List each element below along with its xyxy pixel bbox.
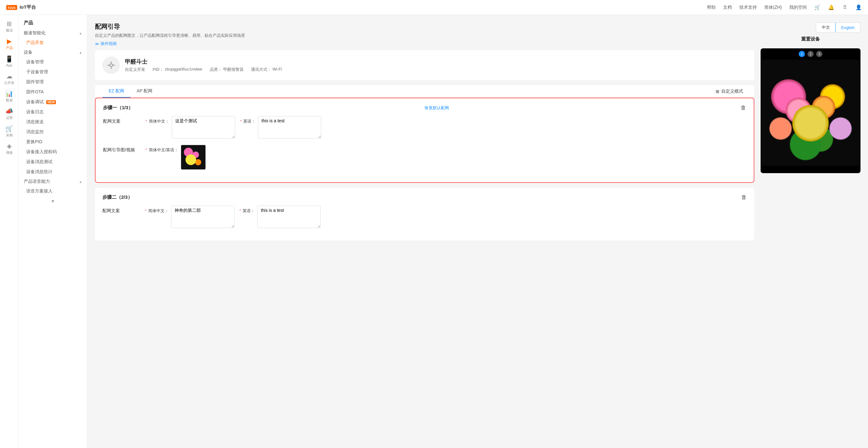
step-dot-1: 1 bbox=[799, 51, 805, 57]
preview-flower-image bbox=[761, 60, 861, 166]
preview-panel: 中文 English 重置设备 1 2 3 bbox=[761, 23, 861, 441]
leftnav-item-product-dev[interactable]: 产品开发 bbox=[19, 38, 87, 48]
sidebar-item-app[interactable]: 📱 App bbox=[1, 53, 18, 69]
purchase-icon: 🛒 bbox=[5, 125, 13, 132]
custom-mode-button[interactable]: ⊞ 自定义模式 bbox=[712, 89, 747, 97]
step2-en-label: * 英语： bbox=[240, 206, 255, 214]
step1-media-row: 配网引导图/视频 * 简体中文/英语： bbox=[103, 145, 746, 170]
leftnav-item-msg-monitor[interactable]: 消息监控 bbox=[19, 127, 87, 137]
my-space[interactable]: 我的空间 bbox=[789, 5, 807, 10]
step1-delete-icon[interactable]: 🗑 bbox=[741, 105, 746, 111]
guide-link[interactable]: ≫ 操作指南 bbox=[95, 41, 754, 46]
bell-icon[interactable]: 🔔 bbox=[828, 4, 834, 11]
purchase-label: 采购 bbox=[6, 133, 13, 138]
media-cn-label: * 简体中文/英语： bbox=[146, 145, 178, 153]
step-dot-2: 2 bbox=[807, 51, 814, 57]
leftnav-group-devices[interactable]: 设备 ▲ bbox=[19, 48, 87, 57]
leftnav-item-msg-stats[interactable]: 设备消息统计 bbox=[19, 167, 87, 177]
step2-cn-required: * bbox=[145, 208, 147, 213]
step2-cn-group: * 简体中文： bbox=[145, 206, 235, 228]
sidebar-item-value[interactable]: ◈ 增值 bbox=[1, 140, 18, 157]
nav-help[interactable]: 帮助 bbox=[707, 5, 716, 10]
media-upload-button[interactable] bbox=[181, 145, 206, 170]
user-avatar[interactable]: 👤 bbox=[856, 4, 862, 11]
left-navigation: 产品 极速智能化 ▲ 产品开发 设备 ▲ 设备管理 子设备管理 固件管理 固件O… bbox=[19, 15, 87, 448]
sidebar-item-purchase[interactable]: 🛒 采购 bbox=[1, 123, 18, 139]
product-avatar bbox=[102, 57, 120, 74]
new-badge: NEW bbox=[46, 100, 56, 104]
leftnav-item-device-log[interactable]: 设备日志 bbox=[19, 107, 87, 117]
guide-link-text: 操作指南 bbox=[100, 41, 117, 46]
content-area: 配网引导 自定义产品的配网图文，让产品配网流程引导更清晰、易用、贴合产品实际应用… bbox=[95, 23, 754, 441]
tuya-brand: tuya bbox=[6, 5, 17, 10]
main-content: 配网引导 自定义产品的配网图文，让产品配网流程引导更清晰、易用、贴合产品实际应用… bbox=[87, 15, 868, 448]
sidebar-item-overview[interactable]: ⊞ 概况 bbox=[1, 18, 18, 34]
leftnav-item-device-mgmt[interactable]: 设备管理 bbox=[19, 57, 87, 67]
sidebar-item-product[interactable]: ▶ 产品 bbox=[1, 36, 18, 52]
cn-text-input[interactable] bbox=[172, 116, 235, 139]
ops-label: 运营 bbox=[6, 115, 13, 120]
leftnav-item-debug[interactable]: 设备调试 NEW bbox=[19, 97, 87, 107]
step2-cn-input[interactable] bbox=[171, 206, 235, 228]
flower-image bbox=[181, 145, 206, 170]
data-icon: 📊 bbox=[5, 90, 13, 97]
value-label: 增值 bbox=[6, 150, 13, 155]
leftnav-item-access-code[interactable]: 设备接入授权码 bbox=[19, 147, 87, 157]
chevron-up-icon-2: ▲ bbox=[79, 51, 82, 54]
step1-title: 步骤一（1/3） bbox=[103, 105, 133, 111]
leftnav-item-msg-push[interactable]: 消息推送 bbox=[19, 117, 87, 127]
step2-en-required: * bbox=[240, 208, 241, 213]
leftnav-group-voice-label: 产品语音能力 bbox=[24, 179, 50, 184]
step2-en-input[interactable] bbox=[257, 206, 321, 228]
cloud-icon: ☁ bbox=[6, 72, 12, 80]
lang-selector[interactable]: 简体(ZH) bbox=[764, 5, 782, 10]
sidebar-item-cloud[interactable]: ☁ 云开发 bbox=[1, 70, 18, 87]
step2-en-group: * 英语： bbox=[240, 206, 321, 228]
page-title: 配网引导 bbox=[95, 23, 754, 31]
ops-icon: 📣 bbox=[5, 107, 13, 115]
sidebar-item-data[interactable]: 📊 数据 bbox=[1, 88, 18, 104]
product-comm: 通讯方式：Wi-Fi bbox=[251, 67, 282, 72]
dev-type: 自定义开发 bbox=[125, 67, 145, 72]
expand-more-icon[interactable]: ▼ bbox=[19, 196, 87, 206]
leftnav-item-firmware-ota[interactable]: 固件OTA bbox=[19, 87, 87, 97]
lang-en-button[interactable]: English bbox=[835, 23, 861, 32]
nav-docs[interactable]: 文档 bbox=[723, 5, 732, 10]
sidebar-item-ops[interactable]: 📣 运营 bbox=[1, 105, 18, 122]
copy-fields: * 简体中文： * 英语： bbox=[146, 116, 746, 139]
nav-support[interactable]: 技术支持 bbox=[739, 5, 757, 10]
step2-title: 步骤二（2/3） bbox=[102, 194, 132, 200]
icon-sidebar: ⊞ 概况 ▶ 产品 📱 App ☁ 云开发 📊 数据 📣 运营 🛒 采购 ◈ bbox=[0, 15, 19, 448]
media-fields: * 简体中文/英语： bbox=[146, 145, 746, 170]
tab-ez[interactable]: EZ 配网 bbox=[102, 85, 130, 98]
app-label: App bbox=[6, 63, 12, 67]
leftnav-item-firmware[interactable]: 固件管理 bbox=[19, 77, 87, 87]
product-category: 品类：甲醛报警器 bbox=[210, 67, 244, 72]
apps-icon[interactable]: ⠿ bbox=[842, 4, 848, 11]
copy-label: 配网文案 bbox=[103, 116, 141, 124]
leftnav-item-voice-access[interactable]: 语音方案接入 bbox=[19, 186, 87, 196]
en-text-input[interactable] bbox=[258, 116, 321, 139]
link-icon: ≫ bbox=[95, 41, 99, 46]
product-label: 产品 bbox=[6, 45, 13, 50]
preview-steps: 1 2 3 bbox=[761, 48, 861, 60]
leftnav-group-voice[interactable]: 产品语音能力 ▲ bbox=[19, 177, 87, 186]
tab-ap[interactable]: AP 配网 bbox=[130, 85, 159, 98]
cart-icon[interactable]: 🛒 bbox=[814, 4, 820, 11]
leftnav-group-quick[interactable]: 极速智能化 ▲ bbox=[19, 28, 87, 38]
top-navigation: tuya IoT平台 帮助 文档 技术支持 简体(ZH) 我的空间 🛒 🔔 ⠿ … bbox=[0, 0, 868, 15]
leftnav-item-sub-device[interactable]: 子设备管理 bbox=[19, 67, 87, 77]
cloud-label: 云开发 bbox=[4, 80, 14, 85]
cn-field-label: * 简体中文： bbox=[146, 116, 169, 124]
preview-title: 重置设备 bbox=[761, 36, 861, 42]
leftnav-item-msg-test[interactable]: 设备消息测试 bbox=[19, 157, 87, 167]
product-card: 甲醛斗士 自定义开发 PID：zbupgga06uc1mdwe 品类：甲醛报警器… bbox=[95, 50, 754, 80]
step2-copy-label: 配网文案 bbox=[102, 206, 140, 214]
lang-zh-button[interactable]: 中文 bbox=[816, 23, 836, 32]
step2-delete-icon[interactable]: 🗑 bbox=[741, 194, 747, 201]
step1-copy-row: 配网文案 * 简体中文： * 英语： bbox=[103, 116, 746, 139]
custom-mode-label: 自定义模式 bbox=[721, 89, 743, 94]
leftnav-item-change-pid[interactable]: 更换PID bbox=[19, 137, 87, 147]
app-icon: 📱 bbox=[5, 55, 13, 63]
restore-default-link[interactable]: 恢复默认配网 bbox=[425, 105, 449, 111]
